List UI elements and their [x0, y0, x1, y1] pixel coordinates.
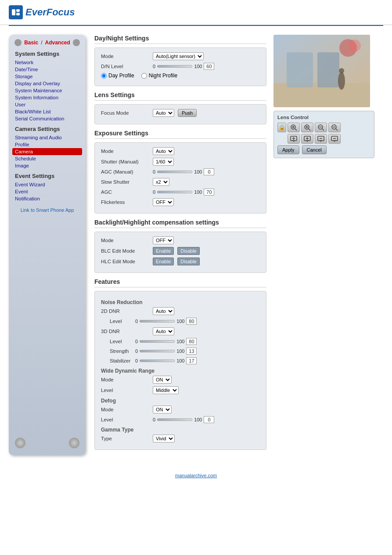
slow-shutter-select[interactable]: x2	[153, 178, 169, 186]
3d-dnr-select[interactable]: Auto	[153, 327, 174, 335]
stabilizer-bar[interactable]	[140, 359, 175, 362]
svg-point-8	[349, 40, 361, 52]
sidebar-item-system-maintenance[interactable]: System Maintenance	[12, 87, 82, 94]
agc-manual-bar[interactable]	[157, 170, 192, 173]
gamma-row: Type Vivid	[101, 435, 260, 443]
exposure-mode-label: Mode	[101, 149, 149, 154]
backlight-mode-select[interactable]: OFF	[153, 236, 174, 244]
day-profile-radio[interactable]	[101, 73, 107, 79]
agc-manual-row: AGC (Manual) 0 100 0	[101, 168, 260, 175]
exposure-title: Exposure Settings	[94, 130, 266, 139]
defog-level-bar[interactable]	[157, 418, 192, 421]
sidebar-item-event[interactable]: Event	[12, 188, 82, 195]
night-profile-radio[interactable]	[141, 73, 147, 79]
agc-bar[interactable]	[157, 191, 192, 193]
dn-level-min: 0	[153, 64, 155, 69]
sidebar-item-serial[interactable]: Serial Communication	[12, 115, 82, 122]
zoom-out-minus-btn[interactable]	[328, 123, 341, 132]
camera-image	[273, 35, 370, 107]
hlc-enable-btn[interactable]: Enable	[153, 258, 174, 265]
sidebar-btn-left[interactable]	[15, 438, 25, 448]
sidebar-item-streaming[interactable]: Streaming and Audio	[12, 134, 82, 141]
zoom-in-btn[interactable]	[301, 123, 313, 132]
focus-near-plus-btn[interactable]	[288, 134, 300, 144]
sidebar-item-profile[interactable]: Profile	[12, 141, 82, 148]
sidebar-item-network[interactable]: Network	[12, 59, 82, 66]
footer-link[interactable]: manualarchive.com	[175, 473, 217, 478]
apply-button[interactable]: Apply	[277, 145, 299, 154]
dn-level-label: D/N Level	[101, 64, 149, 69]
wdr-level-label: Level	[101, 388, 149, 393]
2d-level-bar[interactable]	[140, 320, 175, 323]
sidebar-item-notification[interactable]: Notification	[12, 195, 82, 202]
sidebar-item-user[interactable]: User	[12, 101, 82, 108]
strength-bar[interactable]	[140, 350, 175, 352]
sidebar-bottom-icons	[12, 435, 82, 451]
sidebar-item-datetime[interactable]: Date/Time	[12, 66, 82, 73]
defog-level-max: 100	[194, 417, 202, 422]
night-profile-text: Night Profile	[149, 73, 177, 79]
gamma-label: Type	[101, 436, 149, 441]
lens-title: Lens Settings	[94, 91, 266, 101]
2d-level-range: 0 100 80	[135, 318, 197, 325]
sidebar-btn-right[interactable]	[69, 438, 79, 448]
main-area: Basic / Advanced System Settings Network…	[0, 26, 392, 464]
agc-manual-label: AGC (Manual)	[101, 169, 149, 174]
zoom-in-plus-btn[interactable]	[288, 123, 300, 132]
sidebar-item-image[interactable]: Image	[12, 162, 82, 169]
mode-label: Mode	[101, 54, 149, 59]
blc-disable-btn[interactable]: Disable	[177, 247, 200, 255]
backlight-title: Backlight/Highlight compensation setting…	[94, 219, 266, 228]
lens-zoom-row: 🔒	[277, 123, 370, 132]
2d-level-min: 0	[135, 319, 138, 324]
logo: EverFocus	[9, 5, 383, 19]
3d-dnr-label: 3D DNR	[101, 329, 149, 334]
lens-lock-icon[interactable]: 🔒	[277, 123, 286, 132]
2d-level-label: Level	[101, 319, 132, 324]
sidebar-item-camera[interactable]: Camera	[12, 148, 82, 155]
3d-level-bar[interactable]	[140, 340, 175, 343]
zoom-out-btn[interactable]	[315, 123, 327, 132]
cancel-button[interactable]: Cancel	[302, 145, 327, 154]
exposure-mode-select[interactable]: Auto	[153, 147, 174, 155]
sidebar-item-schedule[interactable]: Schedule	[12, 155, 82, 162]
2d-level-max: 100	[176, 319, 184, 324]
wdr-level-select[interactable]: Middle	[153, 386, 179, 394]
sidebar-item-event-wizard[interactable]: Event Wizard	[12, 181, 82, 188]
3d-level-val: 80	[186, 338, 197, 345]
dn-level-bar[interactable]	[157, 65, 192, 68]
focus-mode-select[interactable]: Auto	[153, 109, 174, 117]
3d-level-min: 0	[135, 339, 138, 344]
sidebar-advanced-link[interactable]: Advanced	[45, 40, 70, 46]
svg-line-24	[336, 129, 338, 131]
blc-enable-btn[interactable]: Enable	[153, 247, 174, 255]
2d-dnr-select[interactable]: Auto	[153, 307, 174, 315]
sidebar-item-system-information[interactable]: System Information	[12, 94, 82, 101]
gamma-select[interactable]: Vivid	[153, 435, 175, 443]
day-profile-label[interactable]: Day Profile	[101, 73, 134, 79]
sidebar-basic-link[interactable]: Basic	[24, 40, 38, 46]
sidebar-item-storage[interactable]: Storage	[12, 73, 82, 80]
focus-far-minus-btn[interactable]	[328, 134, 341, 144]
svg-rect-0	[12, 9, 15, 15]
defog-mode-select[interactable]: ON	[153, 406, 172, 414]
backlight-mode-row: Mode OFF	[101, 236, 260, 244]
content-panel: Day/Night Settings Mode Auto(Light senso…	[86, 35, 383, 455]
sidebar-smartphone-link[interactable]: Link to Smart Phone App	[12, 207, 82, 214]
night-profile-label[interactable]: Night Profile	[141, 73, 177, 79]
mode-select[interactable]: Auto(Light sensor)	[153, 52, 204, 60]
push-button[interactable]: Push	[178, 109, 197, 117]
defog-mode-label: Mode	[101, 407, 149, 412]
sidebar-item-blackwhite[interactable]: Black/White List	[12, 108, 82, 115]
lens-focus-row	[277, 134, 370, 144]
agc-range: 0 100 70	[153, 189, 214, 196]
hlc-disable-btn[interactable]: Disable	[177, 258, 200, 265]
dn-level-range: 0 100 60	[153, 63, 214, 70]
focus-far-btn[interactable]	[315, 134, 327, 144]
sidebar-item-display-overlay[interactable]: Display and Overlay	[12, 80, 82, 87]
shutter-select[interactable]: 1/60	[153, 158, 174, 166]
flickerless-select[interactable]: OFF	[153, 198, 174, 206]
focus-mode-row: Focus Mode Auto Push	[101, 109, 260, 117]
wdr-mode-select[interactable]: ON	[153, 376, 172, 384]
focus-near-btn[interactable]	[301, 134, 313, 144]
